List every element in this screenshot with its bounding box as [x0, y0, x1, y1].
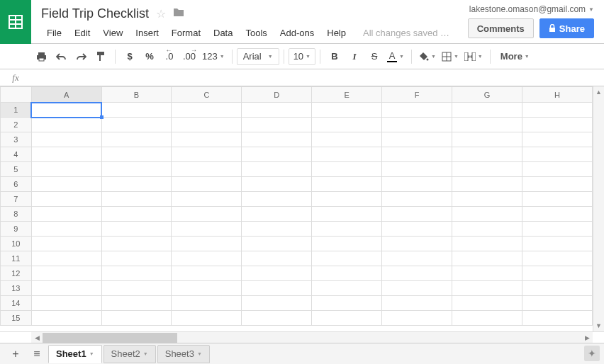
font-size-select[interactable]: 10▼	[289, 48, 315, 65]
borders-button[interactable]: ▼	[439, 47, 462, 66]
cell[interactable]	[452, 103, 522, 118]
cell[interactable]	[31, 103, 101, 118]
sheet-tab-3[interactable]: Sheet3▼	[157, 345, 210, 363]
cell[interactable]	[101, 296, 172, 311]
cell[interactable]	[312, 266, 382, 281]
format-percent-button[interactable]: %	[140, 47, 160, 66]
cell[interactable]	[31, 266, 101, 281]
format-currency-button[interactable]: $	[120, 47, 140, 66]
cell[interactable]	[242, 118, 312, 132]
scroll-right-button[interactable]: ▶	[581, 334, 593, 341]
cell[interactable]	[242, 251, 312, 266]
cell[interactable]	[31, 177, 101, 192]
cell[interactable]	[382, 118, 452, 132]
print-button[interactable]	[31, 47, 51, 66]
cell[interactable]	[452, 118, 522, 132]
sheet-tab-1[interactable]: Sheet1▼	[48, 345, 102, 363]
cell[interactable]	[172, 222, 242, 237]
add-sheet-button[interactable]: +	[6, 344, 26, 364]
cell[interactable]	[382, 222, 452, 237]
cell[interactable]	[312, 237, 382, 251]
menu-file[interactable]: File	[41, 25, 67, 40]
row-header[interactable]: 13	[1, 281, 32, 296]
cell[interactable]	[452, 132, 522, 147]
cell[interactable]	[312, 281, 382, 296]
cell[interactable]	[31, 237, 101, 251]
cell[interactable]	[382, 132, 452, 147]
cell[interactable]	[382, 103, 452, 118]
cell[interactable]	[522, 207, 593, 222]
cell[interactable]	[452, 207, 522, 222]
column-header[interactable]: B	[101, 87, 172, 103]
cell[interactable]	[382, 311, 452, 326]
cell[interactable]	[452, 222, 522, 237]
cell[interactable]	[172, 281, 242, 296]
row-header[interactable]: 2	[1, 118, 32, 132]
undo-button[interactable]	[51, 47, 71, 66]
cell[interactable]	[452, 281, 522, 296]
cell[interactable]	[382, 237, 452, 251]
cell[interactable]	[31, 296, 101, 311]
cell[interactable]	[312, 251, 382, 266]
cell[interactable]	[172, 118, 242, 132]
cell[interactable]	[31, 281, 101, 296]
cell[interactable]	[101, 147, 172, 162]
row-header[interactable]: 3	[1, 132, 32, 147]
menu-data[interactable]: Data	[208, 25, 238, 40]
scrollbar-thumb[interactable]	[43, 333, 177, 343]
row-header[interactable]: 10	[1, 237, 32, 251]
cell[interactable]	[101, 118, 172, 132]
cell[interactable]	[312, 147, 382, 162]
cell[interactable]	[312, 162, 382, 177]
cell[interactable]	[522, 162, 593, 177]
column-header[interactable]: H	[522, 87, 593, 103]
cell[interactable]	[242, 237, 312, 251]
cell[interactable]	[522, 237, 593, 251]
row-header[interactable]: 1	[1, 103, 32, 118]
cell[interactable]	[101, 132, 172, 147]
column-header[interactable]: G	[452, 87, 522, 103]
cell[interactable]	[242, 311, 312, 326]
cell[interactable]	[31, 207, 101, 222]
cell[interactable]	[172, 311, 242, 326]
cell[interactable]	[522, 251, 593, 266]
cell[interactable]	[31, 251, 101, 266]
row-header[interactable]: 9	[1, 222, 32, 237]
star-icon[interactable]: ☆	[156, 7, 166, 21]
menu-edit[interactable]: Edit	[69, 25, 96, 40]
cell[interactable]	[382, 281, 452, 296]
cell[interactable]	[452, 251, 522, 266]
cell[interactable]	[31, 192, 101, 207]
cell[interactable]	[242, 192, 312, 207]
account-menu[interactable]: lakestone.omason@gmail.com ▼	[469, 4, 594, 14]
scroll-down-button[interactable]: ▼	[593, 320, 604, 331]
cell[interactable]	[452, 147, 522, 162]
cell[interactable]	[172, 177, 242, 192]
cell[interactable]	[522, 296, 593, 311]
redo-button[interactable]	[71, 47, 91, 66]
cell[interactable]	[242, 281, 312, 296]
column-header[interactable]: F	[382, 87, 452, 103]
cell[interactable]	[312, 296, 382, 311]
text-color-button[interactable]: A▼	[384, 47, 407, 66]
cell[interactable]	[382, 192, 452, 207]
cell[interactable]	[382, 177, 452, 192]
column-header[interactable]: A	[31, 87, 101, 103]
comments-button[interactable]: Comments	[468, 18, 534, 38]
folder-icon[interactable]	[173, 7, 184, 20]
cell[interactable]	[101, 311, 172, 326]
cell[interactable]	[31, 222, 101, 237]
menu-view[interactable]: View	[97, 25, 128, 40]
cell[interactable]	[101, 237, 172, 251]
cell[interactable]	[452, 266, 522, 281]
cell[interactable]	[522, 177, 593, 192]
sheet-tab-2[interactable]: Sheet2▼	[104, 345, 156, 363]
cell[interactable]	[452, 296, 522, 311]
cell[interactable]	[312, 207, 382, 222]
cell[interactable]	[242, 207, 312, 222]
horizontal-scrollbar[interactable]: ◀ ▶	[31, 332, 593, 343]
cell[interactable]	[452, 162, 522, 177]
cell[interactable]	[242, 177, 312, 192]
menu-insert[interactable]: Insert	[130, 25, 164, 40]
column-header[interactable]: D	[242, 87, 312, 103]
